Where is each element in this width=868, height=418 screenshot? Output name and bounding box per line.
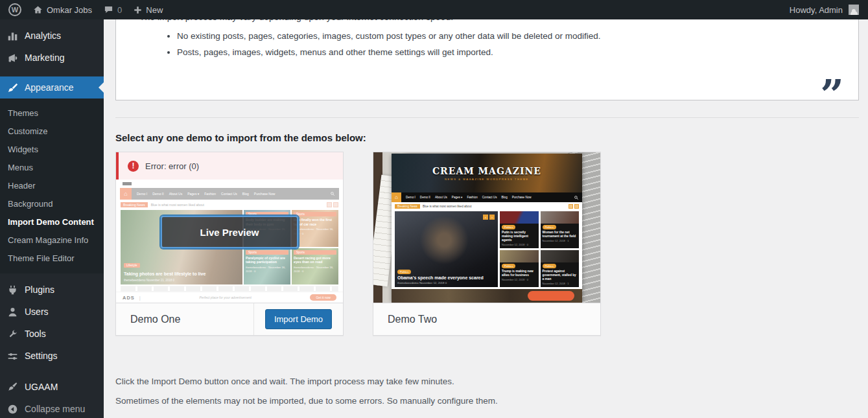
sidebar-item-users[interactable]: Users [0,301,104,323]
mini-post-tile: Politics Protest against government, sta… [541,250,579,287]
sidebar-item-label: Marketing [25,52,64,63]
mini-post-title: Man finally won the first lap of car rac… [294,218,336,226]
sidebar-item-marketing[interactable]: Marketing [0,47,104,69]
mini-search-icon [331,192,334,196]
comments-count: 0 [117,5,122,15]
mini-home-icon: ⌂ [120,188,132,200]
submenu-item-themes[interactable]: Themes [0,104,104,122]
mini-nav-item: Blog [502,196,508,199]
demo-one-card: ! Error: error (0) ⌂ Demo I Demo II Abou… [115,152,344,336]
demo-one-footer: Demo One Import Demo [116,303,343,335]
error-text: Error: error (0) [145,161,199,171]
mini-ads-button: Get it now [310,294,336,301]
sidebar-item-analytics[interactable]: Analytics [0,25,104,47]
mini-post-meta: November 12, 2018 · 1 [543,282,577,286]
demo-two-card: CREAM MAGAZINE NEWS & MAGAZINE WORDPRESS… [373,152,601,336]
mini-ads-label: ADS [123,295,135,301]
submenu-item-customize[interactable]: Customize [0,122,104,140]
mini-post-meta: themebeezdemo · November 16, 2018 · 0 [294,227,336,236]
mini-post-meta: November 12, 2018 · 1 [543,239,577,243]
collapse-arrow-icon [6,402,19,415]
comment-bubble-icon [104,5,113,14]
new-label: New [146,5,163,15]
sidebar-item-tools[interactable]: Tools [0,323,104,345]
error-notice: ! Error: error (0) [116,152,343,180]
mini-nav-item: Blog [242,192,249,196]
demo-two-footer: Demo Two [373,303,600,335]
mini-nav-item: Pages ▾ [187,192,199,196]
mini-search-icon [574,196,578,200]
error-icon: ! [128,161,139,172]
submenu-item-cream-magazine-info[interactable]: Cream Magazine Info [0,231,104,249]
import-note: Click the Import Demo button once and wa… [115,377,859,386]
mini-post-tag: Politics [543,225,556,229]
mini-nav-item: Pages ▾ [452,196,463,199]
sidebar-item-plugins[interactable]: Plugins [0,279,104,301]
mini-nav-item: Purchase Now [254,192,276,196]
mini-post-meta: November 12, 2018 · 0 [502,243,536,247]
mini-breaking-tag: Breaking News [395,204,420,209]
mini-breaking-tag: Breaking News [121,202,148,207]
submenu-item-import-demo-content[interactable]: Import Demo Content [0,213,104,231]
mini-post-tag: Politics [502,264,515,268]
mini-post-tag: Sports [294,250,336,255]
mini-site-tagline: NEWS & MAGAZINE WORDPRESS THEME [445,178,529,181]
submenu-item-header[interactable]: Header [0,176,104,194]
sidebar-item-settings[interactable]: Settings [0,345,104,367]
demo-two-thumbnail: CREAM MAGAZINE NEWS & MAGAZINE WORDPRESS… [373,152,600,303]
mini-post-tile: Politics Women for the net tournament at… [541,211,579,248]
mini-post-title: Putin is secretly making intelligent age… [502,231,536,242]
mini-post-tile: Politics Trump is making new allies for … [500,250,538,287]
mini-nav-item: About Us [435,196,447,199]
mini-nav-item: Fashion [204,192,216,196]
submenu-item-menus[interactable]: Menus [0,158,104,176]
mini-home-icon: ⌂ [392,192,401,202]
submenu-item-background[interactable]: Background [0,194,104,213]
mini-post-tag: Sports [294,212,336,216]
info-bullet: No existing posts, pages, categories, im… [177,31,858,41]
import-demo-button[interactable]: Import Demo [265,309,332,329]
live-preview-button[interactable]: Live Preview [161,216,298,248]
sidebar-item-label: Settings [25,351,58,361]
new-content-button[interactable]: New [128,0,169,19]
admin-sidebar: Analytics Marketing Appearance Themes Cu… [0,19,104,418]
sidebar-item-ugaam[interactable]: UGAAM [0,376,104,398]
collapse-menu-button[interactable]: Collapse menu [0,398,104,418]
site-name-link[interactable]: Omkar Jobs [27,0,98,19]
demo-cards-row: ! Error: error (0) ⌂ Demo I Demo II Abou… [115,152,859,336]
mini-post-title: Paralympic of cyclist are taking partici… [246,256,288,264]
mini-nav-item: Demo II [152,192,164,196]
mini-ads-strip [392,289,582,303]
import-note: Sometimes of the elements may not be imp… [115,396,859,406]
sidebar-item-appearance[interactable]: Appearance [0,76,104,99]
select-demo-heading: Select any one demo to import from the d… [115,132,859,143]
mini-nav-item: Demo II [420,196,430,199]
demo-two-title: Demo Two [373,314,600,325]
mini-nav-item: About Us [169,192,183,196]
howdy-account-link[interactable]: Howdy, Admin [788,0,844,19]
sidebar-item-label: Tools [25,329,46,339]
mini-nav-item: Demo I [406,196,416,199]
import-info-list: No existing posts, pages, categories, im… [139,31,858,57]
appearance-submenu: Themes Customize Widgets Menus Header Ba… [0,99,104,273]
mini-nav-item: Demo I [137,192,147,196]
mini-post-meta: themebeezdemo November 21, 2018 0 [124,279,174,282]
mini-post-meta: themebeezdemo November 12, 2018 0 [397,281,495,284]
mini-post-title: Protest against government, stalled by a… [543,270,577,281]
demo-one-preview[interactable]: ⌂ Demo I Demo II About Us Pages ▾ Fashio… [116,180,343,303]
user-avatar[interactable] [849,5,859,15]
submenu-item-theme-file-editor[interactable]: Theme File Editor [0,249,104,267]
submenu-item-widgets[interactable]: Widgets [0,140,104,158]
mini-post-title: Taking photos are best lifestyle to live [124,272,205,276]
demo-two-preview[interactable]: CREAM MAGAZINE NEWS & MAGAZINE WORDPRESS… [373,152,600,303]
demo-one-title: Demo One [116,314,253,325]
site-name-label: Omkar Jobs [47,5,92,15]
mini-cta-button [528,291,574,301]
plus-icon [134,6,142,14]
mini-post-title: Desert racing got more eyes than on road [294,256,336,264]
comments-link[interactable]: 0 [98,0,128,19]
mini-post-tile: Sports Man finally won the first lap of … [292,210,338,247]
sidebar-item-label: Analytics [25,30,61,41]
wordpress-logo-button[interactable]: W [3,0,27,19]
sidebar-item-label: UGAAM [25,382,58,392]
